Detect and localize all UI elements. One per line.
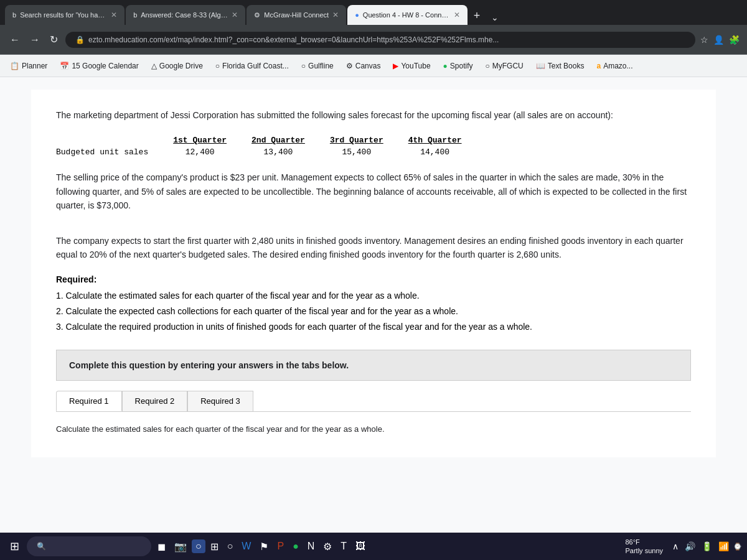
paragraph-2: The company expects to start the first q… — [56, 234, 691, 262]
taskbar-right: 86°F Partly sunny ∧ 🔊 🔋 📶 ⌚ — [625, 538, 742, 556]
taskbar-icon-t[interactable]: T — [337, 538, 350, 554]
tab-close-1[interactable]: ✕ — [111, 11, 117, 19]
tab-answered[interactable]: b Answered: Case 8-33 (Algo) N... ✕ — [126, 5, 245, 25]
required-title: Required: — [56, 274, 691, 284]
bookmark-canvas[interactable]: ⚙ Canvas — [341, 60, 386, 72]
calendar-icon: 📅 — [60, 62, 69, 70]
taskbar-icon-settings[interactable]: ⚙ — [319, 538, 336, 555]
tab-required-1[interactable]: Required 1 — [56, 391, 122, 411]
tab-bar: b Search results for 'You have j... ✕ b … — [0, 0, 747, 25]
tab-search[interactable]: b Search results for 'You have j... ✕ — [5, 5, 125, 25]
bookmark-label-spotify: Spotify — [450, 62, 473, 70]
bookmark-myfgcu[interactable]: ○ MyFGCU — [481, 60, 529, 72]
tab-required-2[interactable]: Required 2 — [122, 391, 188, 411]
address-bar: ← → ↻ 🔒 ezto.mheducation.com/ext/map/ind… — [0, 25, 747, 55]
taskbar-icons: ◼ 📷 ○ ⊞ ○ W ⚑ P ● N ⚙ T 🖼 — [154, 538, 369, 555]
problem-intro: The marketing department of Jessi Corpor… — [56, 108, 691, 122]
weather-temp: 86°F — [625, 538, 663, 546]
required-item-2: 2. Calculate the expected cash collectio… — [56, 304, 691, 319]
bookmark-label-gulfline: Gulfline — [308, 62, 334, 70]
bookmark-label-textbooks: Text Books — [548, 62, 585, 70]
sales-table: 1st Quarter 2nd Quarter 3rd Quarter 4th … — [56, 134, 691, 158]
taskbar-icon-o[interactable]: ○ — [223, 538, 237, 554]
bookmark-amazon[interactable]: a Amazo... — [591, 60, 637, 72]
extensions-icon[interactable]: 🧩 — [729, 35, 740, 45]
youtube-icon: ▶ — [393, 62, 398, 70]
required-item-3: 3. Calculate the required production in … — [56, 319, 691, 335]
profile-icon[interactable]: 👤 — [713, 35, 724, 45]
bookmark-google-drive[interactable]: △ Google Drive — [146, 60, 208, 72]
url-bar[interactable]: 🔒 ezto.mheducation.com/ext/map/index.htm… — [65, 32, 695, 48]
tray-speaker-icon[interactable]: 🔊 — [683, 540, 697, 553]
tab-mcgrawhill[interactable]: ⚙ McGraw-Hill Connect ✕ — [247, 5, 346, 25]
bookmark-youtube[interactable]: ▶ YouTube — [388, 60, 435, 72]
value-q2: 13,400 — [239, 146, 317, 158]
tab-favicon-2: b — [133, 11, 137, 19]
tab-label-2: Answered: Case 8-33 (Algo) N... — [141, 11, 228, 19]
tabs-container: Required 1 Required 2 Required 3 — [56, 391, 691, 411]
required-section: Required: 1. Calculate the estimated sal… — [56, 274, 691, 335]
problem-paragraphs: The selling price of the company's produ… — [56, 170, 691, 261]
florida-icon: ○ — [215, 62, 220, 70]
tab-favicon-4: ● — [355, 11, 359, 19]
planner-icon: 📋 — [10, 62, 19, 70]
intro-paragraph: The marketing department of Jessi Corpor… — [56, 108, 691, 122]
back-button[interactable]: ← — [7, 32, 22, 48]
star-icon[interactable]: ☆ — [700, 35, 708, 45]
gulfline-icon: ○ — [301, 62, 306, 70]
tray-wifi-icon[interactable]: 📶 — [716, 540, 731, 553]
tab-close-4[interactable]: ✕ — [454, 11, 460, 19]
url-text: ezto.mheducation.com/ext/map/index.html?… — [88, 35, 499, 44]
taskbar-icon-grid[interactable]: ⊞ — [207, 538, 222, 555]
forward-button[interactable]: → — [27, 32, 42, 48]
tray-battery-icon[interactable]: 🔋 — [700, 540, 714, 553]
tab-favicon-3: ⚙ — [254, 11, 260, 19]
tab-required-1-label: Required 1 — [69, 396, 109, 406]
start-button[interactable]: ⊞ — [5, 537, 24, 556]
canvas-icon: ⚙ — [346, 62, 353, 70]
bookmark-label-youtube: YouTube — [401, 62, 430, 70]
amazon-icon: a — [596, 62, 601, 70]
bookmark-gulfline[interactable]: ○ Gulfline — [296, 60, 339, 72]
taskbar-icon-photos[interactable]: 🖼 — [352, 538, 369, 554]
spotify-icon: ● — [443, 62, 448, 70]
bookmark-label-myfgcu: MyFGCU — [492, 62, 524, 70]
tab-favicon-1: b — [12, 11, 16, 19]
tab-close-3[interactable]: ✕ — [332, 11, 339, 19]
tab-question4[interactable]: ● Question 4 - HW 8 - Connect ✕ — [347, 5, 467, 25]
table-header-row: 1st Quarter 2nd Quarter 3rd Quarter 4th … — [56, 134, 474, 146]
tab-list-chevron[interactable]: ⌄ — [486, 10, 504, 25]
complete-box-text: Complete this question by entering your … — [69, 360, 349, 370]
taskbar-icon-w[interactable]: W — [238, 538, 255, 554]
browser-frame: b Search results for 'You have j... ✕ b … — [0, 0, 747, 560]
system-tray: ∧ 🔊 🔋 📶 ⌚ — [670, 540, 742, 553]
tab-close-2[interactable]: ✕ — [232, 11, 238, 19]
myfgcu-icon: ○ — [486, 62, 490, 70]
value-q4: 14,400 — [396, 146, 474, 158]
new-tab-button[interactable]: + — [469, 7, 486, 25]
value-q3: 15,400 — [317, 146, 396, 158]
taskbar-icon-browser[interactable]: ○ — [192, 539, 205, 553]
bookmark-planner[interactable]: 📋 Planner — [5, 60, 52, 72]
tab-content-text: Calculate the estimated sales for each q… — [56, 419, 691, 439]
bookmark-label-florida: Florida Gulf Coast... — [222, 62, 289, 70]
taskbar-icon-1[interactable]: ◼ — [154, 538, 169, 555]
taskbar-search[interactable]: 🔍 — [27, 536, 151, 556]
taskbar-icon-camera[interactable]: 📷 — [171, 538, 190, 555]
required-item-1: 1. Calculate the estimated sales for eac… — [56, 288, 691, 304]
taskbar-icon-n[interactable]: N — [304, 538, 319, 554]
tab-required-3[interactable]: Required 3 — [187, 391, 253, 411]
bookmarks-bar: 📋 Planner 📅 15 Google Calendar △ Google … — [0, 55, 747, 77]
reload-button[interactable]: ↻ — [47, 31, 60, 48]
bookmark-florida-gulf[interactable]: ○ Florida Gulf Coast... — [210, 60, 294, 72]
taskbar-icon-flag[interactable]: ⚑ — [256, 538, 272, 555]
bookmark-google-calendar[interactable]: 📅 15 Google Calendar — [55, 60, 143, 72]
tab-label-4: Question 4 - HW 8 - Connect — [363, 11, 450, 19]
bookmark-textbooks[interactable]: 📖 Text Books — [531, 60, 590, 72]
tray-network-icon[interactable]: ∧ — [670, 540, 680, 553]
bookmark-label-drive: Google Drive — [159, 62, 203, 70]
lock-icon: 🔒 — [75, 35, 85, 44]
taskbar-icon-spotify[interactable]: ● — [289, 538, 303, 554]
taskbar-icon-p[interactable]: P — [273, 538, 288, 554]
bookmark-spotify[interactable]: ● Spotify — [438, 60, 478, 72]
